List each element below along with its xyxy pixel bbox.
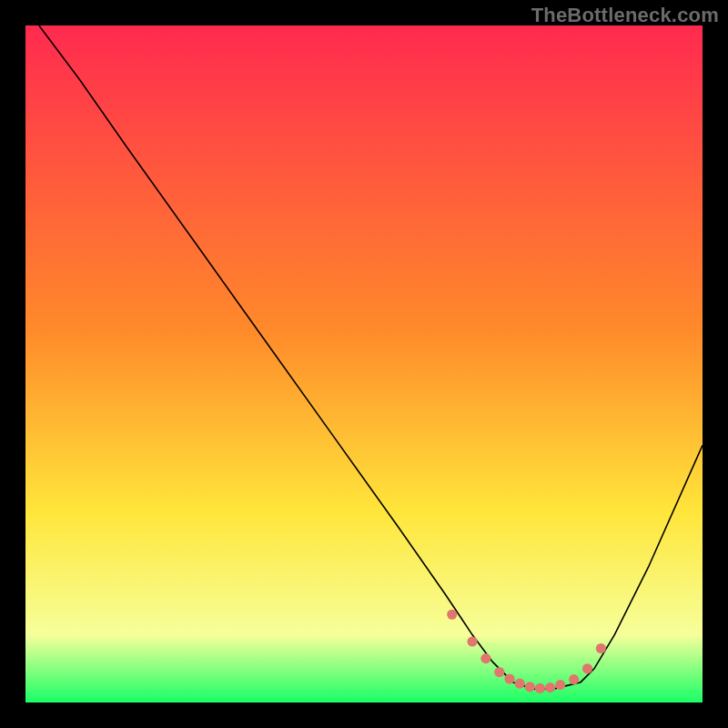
trough-dot bbox=[545, 682, 555, 693]
trough-dot bbox=[569, 674, 579, 684]
trough-dot bbox=[596, 643, 606, 653]
chart-container: { "watermark": "TheBottleneck.com", "col… bbox=[0, 0, 728, 728]
trough-dot bbox=[525, 682, 535, 692]
trough-dot bbox=[494, 667, 504, 677]
gradient-background bbox=[25, 25, 703, 703]
trough-dot bbox=[447, 610, 457, 620]
trough-dot bbox=[535, 683, 545, 693]
trough-dot bbox=[582, 663, 592, 673]
trough-dot bbox=[480, 653, 490, 663]
trough-dot bbox=[515, 679, 525, 689]
watermark-text: TheBottleneck.com bbox=[531, 4, 719, 27]
trough-dot bbox=[504, 673, 514, 683]
trough-dot bbox=[467, 636, 477, 646]
bottleneck-chart bbox=[25, 25, 703, 703]
trough-dot bbox=[555, 680, 565, 690]
